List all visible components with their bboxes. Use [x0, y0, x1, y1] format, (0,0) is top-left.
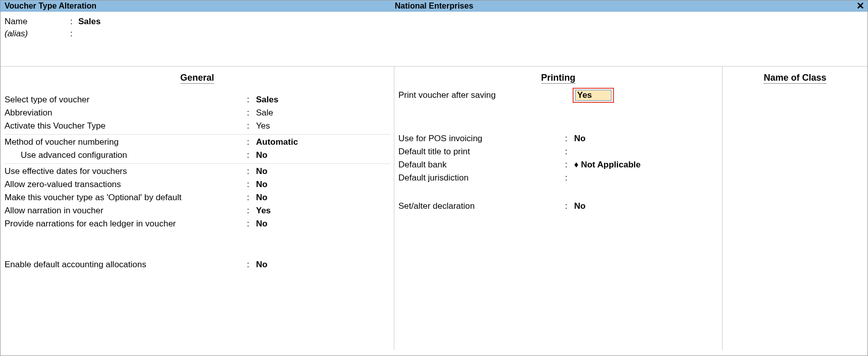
alias-label: (alias)	[5, 29, 70, 39]
print-after-saving-highlight: Yes	[573, 88, 614, 103]
zero-valued-label: Allow zero-valued transactions	[5, 180, 247, 190]
activate-label: Activate this Voucher Type	[5, 121, 247, 131]
general-heading: General	[5, 73, 390, 83]
default-bank-field[interactable]: ♦ Not Applicable	[574, 160, 641, 170]
method-numbering-field[interactable]: Automatic	[256, 137, 298, 147]
default-alloc-field[interactable]: No	[256, 260, 268, 270]
name-field[interactable]: Sales	[78, 17, 100, 27]
printing-column: Printing Print voucher after saving Yes …	[394, 67, 723, 350]
class-column: Name of Class	[723, 67, 867, 350]
select-type-field[interactable]: Sales	[256, 95, 278, 105]
optional-field[interactable]: No	[256, 193, 268, 203]
declaration-field[interactable]: No	[574, 201, 586, 211]
abbreviation-label: Abbreviation	[5, 108, 247, 118]
narration-each-field[interactable]: No	[256, 219, 268, 229]
zero-valued-field[interactable]: No	[256, 180, 268, 190]
screen-title: Voucher Type Alteration	[5, 2, 96, 11]
default-jurisdiction-label: Default jurisdiction	[398, 173, 565, 183]
effective-dates-label: Use effective dates for vouchers	[5, 166, 247, 176]
adv-config-label: Use advanced configuration	[5, 150, 247, 160]
activate-field[interactable]: Yes	[256, 121, 270, 131]
method-numbering-label: Method of voucher numbering	[5, 137, 247, 147]
default-alloc-label: Enable default accounting allocations	[5, 260, 247, 270]
optional-label: Make this voucher type as 'Optional' by …	[5, 193, 247, 203]
effective-dates-field[interactable]: No	[256, 166, 268, 176]
pos-invoicing-label: Use for POS invoicing	[398, 134, 565, 144]
pos-invoicing-field[interactable]: No	[574, 134, 586, 144]
printing-heading: Printing	[398, 73, 718, 83]
class-heading: Name of Class	[727, 73, 863, 83]
adv-config-field[interactable]: No	[256, 150, 268, 160]
company-name: National Enterprises	[395, 2, 474, 11]
select-type-label: Select type of voucher	[5, 95, 247, 105]
default-title-label: Default title to print	[398, 147, 565, 157]
general-column: General Select type of voucher : Sales A…	[1, 67, 394, 350]
print-after-saving-label: Print voucher after saving	[398, 90, 565, 100]
narration-each-label: Provide narrations for each ledger in vo…	[5, 219, 247, 229]
name-label: Name	[5, 17, 70, 27]
narration-field[interactable]: Yes	[256, 206, 271, 216]
declaration-label: Set/alter declaration	[398, 201, 565, 211]
abbreviation-field[interactable]: Sale	[256, 108, 273, 118]
close-icon[interactable]: ✕	[856, 1, 864, 12]
default-bank-label: Default bank	[398, 160, 565, 170]
narration-label: Allow narration in voucher	[5, 206, 247, 216]
voucher-header: Name : Sales (alias) :	[1, 12, 867, 67]
print-after-saving-field[interactable]: Yes	[575, 90, 611, 101]
title-bar: Voucher Type Alteration National Enterpr…	[1, 1, 867, 12]
